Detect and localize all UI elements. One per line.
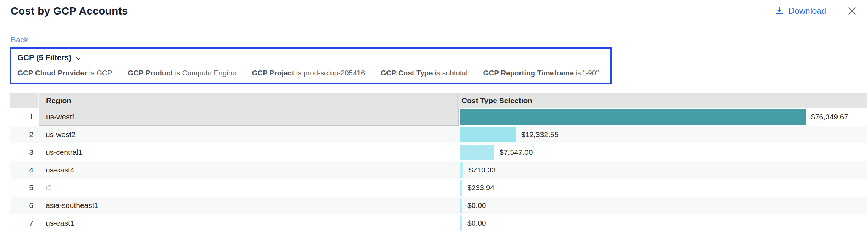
page-title: Cost by GCP Accounts	[11, 5, 128, 17]
table-row[interactable]: 4 us-east4 $710.33	[10, 161, 867, 179]
cost-value: $12,332.55	[521, 130, 558, 139]
filter-name: GCP Cost Type	[380, 69, 433, 77]
cost-cell[interactable]: $76,349.67	[459, 108, 867, 126]
filter-name: GCP Reporting Timeframe	[483, 69, 574, 77]
cost-value: $0.00	[467, 219, 486, 227]
region-cell[interactable]: asia-southeast1	[39, 197, 459, 214]
filter-operator: is	[89, 69, 96, 77]
cost-bar	[460, 162, 463, 178]
chevron-down-icon	[75, 54, 82, 62]
table-row[interactable]: 7 us-east1 $0.00	[10, 214, 867, 232]
download-label: Download	[788, 6, 826, 16]
row-number: 7	[10, 214, 39, 232]
filter-operator: is	[576, 69, 583, 77]
cost-table: Region Cost Type Selection 1 us-west1 $7…	[10, 93, 867, 232]
filter-name: GCP Product	[128, 69, 173, 77]
cost-value: $0.00	[467, 201, 486, 210]
row-number: 1	[10, 108, 39, 126]
filter-operator: is	[435, 69, 442, 77]
filter-value: Compute Engine	[182, 69, 237, 77]
table-row[interactable]: 1 us-west1 $76,349.67	[10, 108, 867, 126]
cost-value: $710.33	[469, 166, 496, 174]
table-row[interactable]: 6 asia-southeast1 $0.00	[10, 197, 867, 214]
cost-cell[interactable]: $0.00	[459, 214, 867, 232]
cost-bar	[460, 109, 806, 125]
close-icon	[847, 6, 857, 16]
table-row[interactable]: 5 ∅ $233.94	[10, 179, 867, 197]
region-cell[interactable]: us-west1	[39, 108, 459, 126]
row-number: 3	[10, 143, 39, 161]
modal-header: Cost by GCP Accounts Download	[0, 0, 868, 17]
cost-bar	[460, 144, 494, 160]
table-row[interactable]: 2 us-west2 $12,332.55	[10, 126, 867, 143]
filter-name: GCP Project	[252, 69, 294, 77]
region-column-header[interactable]: Region	[39, 93, 458, 108]
row-number: 5	[10, 179, 39, 197]
cost-column-header[interactable]: Cost Type Selection	[458, 93, 867, 108]
row-number: 6	[10, 197, 39, 214]
cost-cell[interactable]: $0.00	[459, 197, 867, 214]
download-icon	[775, 6, 784, 16]
cost-bar	[460, 215, 462, 231]
download-button[interactable]: Download	[775, 6, 826, 16]
filter-pill[interactable]: GCP Cloud Provider is GCP	[17, 69, 112, 77]
region-cell[interactable]: us-east1	[39, 214, 459, 232]
filter-group-toggle[interactable]: GCP (5 Filters)	[17, 53, 82, 62]
cost-cell[interactable]: $7,547.00	[459, 143, 867, 161]
filter-pill[interactable]: GCP Project is prod-setup-205416	[252, 69, 365, 77]
cost-cell[interactable]: $233.94	[459, 179, 867, 197]
filter-pill[interactable]: GCP Reporting Timeframe is "-90"	[483, 69, 599, 77]
table-body: 1 us-west1 $76,349.67 2 us-west2 $12,332…	[10, 108, 867, 232]
cost-bar	[460, 180, 462, 196]
filter-name: GCP Cloud Provider	[17, 69, 87, 77]
table-header: Region Cost Type Selection	[10, 93, 867, 108]
filter-group-label: GCP (5 Filters)	[17, 53, 71, 62]
filter-value: prod-setup-205416	[304, 69, 365, 77]
row-number-column-header	[10, 93, 39, 108]
cost-cell[interactable]: $710.33	[459, 161, 867, 179]
cost-value: $7,547.00	[500, 148, 533, 157]
region-cell[interactable]: us-east4	[39, 161, 459, 179]
filter-pill[interactable]: GCP Cost Type is subtotal	[380, 69, 467, 77]
table-row[interactable]: 3 us-central1 $7,547.00	[10, 143, 867, 161]
filter-operator: is	[296, 69, 304, 77]
filter-panel: GCP (5 Filters) GCP Cloud Provider is GC…	[10, 47, 612, 84]
region-cell[interactable]: us-west2	[39, 126, 459, 143]
filter-pills: GCP Cloud Provider is GCP GCP Product is…	[17, 69, 604, 77]
region-cell[interactable]: us-central1	[39, 143, 459, 161]
filter-pill[interactable]: GCP Product is Compute Engine	[128, 69, 236, 77]
header-actions: Download	[775, 5, 857, 16]
back-link[interactable]: Back	[11, 35, 28, 45]
filter-value: "-90"	[583, 69, 599, 77]
row-number: 4	[10, 161, 39, 179]
filter-value: subtotal	[442, 69, 468, 77]
cost-cell[interactable]: $12,332.55	[459, 126, 867, 143]
cost-value: $233.94	[467, 183, 494, 192]
cost-value: $76,349.67	[811, 113, 848, 121]
filter-value: GCP	[96, 69, 112, 77]
row-number: 2	[10, 126, 39, 143]
region-cell[interactable]: ∅	[39, 179, 459, 197]
cost-bar	[460, 127, 516, 142]
cost-bar	[460, 198, 462, 213]
close-button[interactable]	[847, 6, 857, 16]
filter-operator: is	[175, 69, 182, 77]
